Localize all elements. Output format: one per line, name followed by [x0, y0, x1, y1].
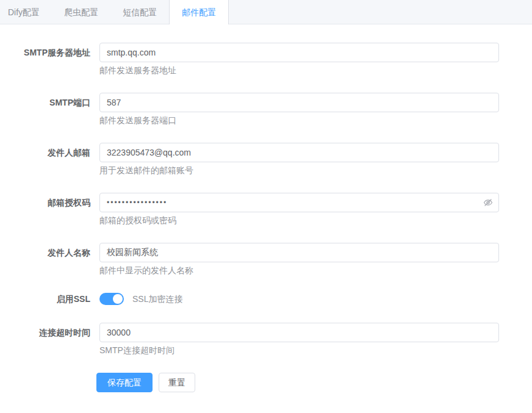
sender-name-hint: 邮件中显示的发件人名称: [99, 265, 499, 276]
auth-code-hint: 邮箱的授权码或密码: [99, 215, 499, 226]
smtp-port-input[interactable]: [99, 93, 499, 112]
smtp-server-label: SMTP服务器地址: [0, 43, 99, 76]
timeout-input[interactable]: [99, 323, 499, 342]
form-item-timeout: 连接超时时间 SMTP连接超时时间: [0, 323, 532, 356]
sender-name-label: 发件人名称: [0, 243, 99, 276]
form-actions: 保存配置 重置: [0, 373, 532, 392]
smtp-port-label: SMTP端口: [0, 93, 99, 126]
enable-ssl-label: 启用SSL: [0, 293, 99, 305]
form-item-sender-name: 发件人名称 邮件中显示的发件人名称: [0, 243, 532, 276]
tab-bar: Dify配置 爬虫配置 短信配置 邮件配置: [0, 0, 532, 24]
form-item-smtp-server: SMTP服务器地址 邮件发送服务器地址: [0, 43, 532, 76]
form-item-smtp-port: SMTP端口 邮件发送服务器端口: [0, 93, 532, 126]
sender-email-label: 发件人邮箱: [0, 143, 99, 176]
auth-code-input[interactable]: [99, 193, 499, 212]
tab-mail-config[interactable]: 邮件配置: [169, 0, 229, 24]
auth-code-label: 邮箱授权码: [0, 193, 99, 226]
save-config-button[interactable]: 保存配置: [96, 373, 153, 392]
ssl-toggle-description: SSL加密连接: [132, 293, 182, 305]
form-item-enable-ssl: 启用SSL SSL加密连接: [0, 293, 532, 305]
toggle-knob: [113, 294, 123, 304]
mail-config-form: SMTP服务器地址 邮件发送服务器地址 SMTP端口 邮件发送服务器端口 发件人…: [0, 24, 532, 392]
smtp-port-hint: 邮件发送服务器端口: [99, 115, 499, 126]
form-item-sender-email: 发件人邮箱 用于发送邮件的邮箱账号: [0, 143, 532, 176]
timeout-label: 连接超时时间: [0, 323, 99, 356]
timeout-hint: SMTP连接超时时间: [99, 345, 499, 356]
sender-email-input[interactable]: [99, 143, 499, 162]
tab-dify-config[interactable]: Dify配置: [0, 0, 52, 24]
sender-email-hint: 用于发送邮件的邮箱账号: [99, 165, 499, 176]
smtp-server-hint: 邮件发送服务器地址: [99, 65, 499, 76]
ssl-toggle-switch[interactable]: [99, 293, 124, 305]
mail-config-page: Dify配置 爬虫配置 短信配置 邮件配置 SMTP服务器地址 邮件发送服务器地…: [0, 0, 532, 392]
form-item-auth-code: 邮箱授权码 邮箱的授权码或密码: [0, 193, 532, 226]
sender-name-input[interactable]: [99, 243, 499, 262]
eye-slash-icon[interactable]: [483, 198, 493, 207]
tab-crawler-config[interactable]: 爬虫配置: [52, 0, 110, 24]
smtp-server-input[interactable]: [99, 43, 499, 62]
reset-button[interactable]: 重置: [159, 373, 195, 392]
tab-sms-config[interactable]: 短信配置: [110, 0, 169, 24]
